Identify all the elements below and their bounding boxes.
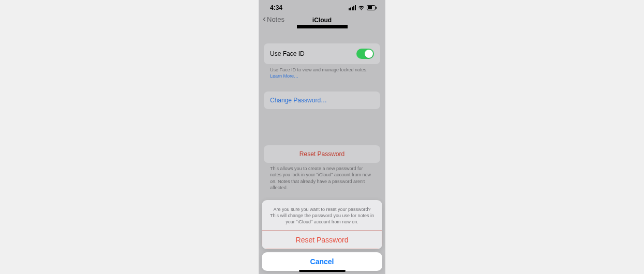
action-sheet-cancel-button[interactable]: Cancel (262, 252, 382, 271)
toggle-knob (365, 50, 373, 58)
home-indicator[interactable] (299, 270, 346, 272)
back-label: Notes (267, 16, 284, 23)
chevron-left-icon: ‹ (263, 14, 266, 23)
action-sheet-reset-button[interactable]: Reset Password (262, 230, 382, 249)
action-sheet-message: Are you sure you want to reset your pass… (262, 200, 382, 230)
nav-subtitle-redacted (297, 25, 348, 28)
action-sheet-card: Are you sure you want to reset your pass… (262, 200, 382, 249)
back-button[interactable]: ‹ Notes (263, 14, 284, 24)
nav-title-wrap: iCloud (297, 17, 348, 28)
face-id-toggle[interactable] (356, 49, 374, 59)
nav-title: iCloud (297, 17, 348, 24)
phone-screen: 4:34 ‹ Notes iCloud Use Face ID (259, 0, 385, 274)
nav-bar: ‹ Notes iCloud (259, 13, 385, 31)
action-sheet: Are you sure you want to reset your pass… (262, 200, 382, 271)
